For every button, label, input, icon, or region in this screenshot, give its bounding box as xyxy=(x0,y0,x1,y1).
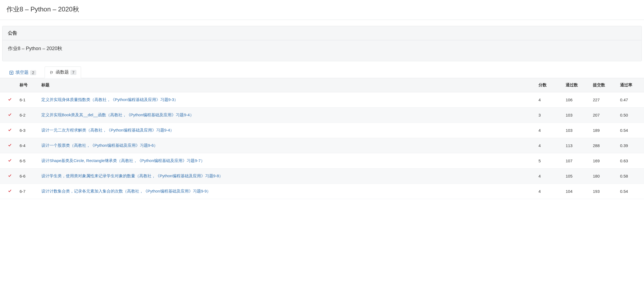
tab-count-badge: 7 xyxy=(70,70,76,75)
status-cell xyxy=(0,153,16,169)
status-cell xyxy=(0,92,16,108)
tabs-bar: 填空题 2 函数题 7 xyxy=(0,61,644,78)
tab-fill-blank[interactable]: 填空题 2 xyxy=(4,67,41,78)
table-row: 6-1定义并实现身体质量指数类（高教社，《Python编程基础及应用》习题9-3… xyxy=(0,92,644,108)
announcement-body: 作业8 – Python – 2020秋 xyxy=(2,40,642,61)
id-cell: 6-2 xyxy=(16,108,38,123)
table-row: 6-4设计一个股票类（高教社，《Python编程基础及应用》习题9-6）4113… xyxy=(0,138,644,153)
problem-link[interactable]: 设计计数集合类，记录各元素加入集合的次数（高教社，《Python编程基础及应用》… xyxy=(41,189,211,193)
problem-link[interactable]: 设计学生类，使用类对象属性来记录学生对象的数量（高教社，《Python编程基础及… xyxy=(41,173,223,178)
score-cell: 4 xyxy=(535,184,562,199)
table-row: 6-7设计计数集合类，记录各元素加入集合的次数（高教社，《Python编程基础及… xyxy=(0,184,644,199)
pass-rate-cell: 0.50 xyxy=(617,108,644,123)
table-row: 6-3设计一元二次方程求解类（高教社，《Python编程基础及应用》习题9-4）… xyxy=(0,123,644,138)
submit-count-cell: 193 xyxy=(590,184,617,199)
score-cell: 3 xyxy=(535,108,562,123)
status-cell xyxy=(0,184,16,199)
problems-table: 标号 标题 分数 通过数 提交数 通过率 6-1定义并实现身体质量指数类（高教社… xyxy=(0,78,644,199)
table-row: 6-6设计学生类，使用类对象属性来记录学生对象的数量（高教社，《Python编程… xyxy=(0,169,644,184)
check-icon xyxy=(8,189,12,193)
pass-rate-cell: 0.47 xyxy=(617,92,644,108)
status-cell xyxy=(0,108,16,123)
status-cell xyxy=(0,123,16,138)
submit-count-cell: 180 xyxy=(590,169,617,184)
pass-rate-cell: 0.54 xyxy=(617,184,644,199)
page-title: 作业8 – Python – 2020秋 xyxy=(0,0,644,20)
title-cell: 设计计数集合类，记录各元素加入集合的次数（高教社，《Python编程基础及应用》… xyxy=(38,184,535,199)
tab-count-badge: 2 xyxy=(30,70,36,75)
submit-count-cell: 227 xyxy=(590,92,617,108)
problem-link[interactable]: 设计一个股票类（高教社，《Python编程基础及应用》习题9-6） xyxy=(41,143,158,148)
tab-label: 填空题 xyxy=(16,70,29,75)
announcement-header: 公告 xyxy=(2,26,642,40)
submit-count-cell: 288 xyxy=(590,138,617,153)
problem-link[interactable]: 定义并实现身体质量指数类（高教社，《Python编程基础及应用》习题9-3） xyxy=(41,97,178,102)
title-cell: 设计学生类，使用类对象属性来记录学生对象的数量（高教社，《Python编程基础及… xyxy=(38,169,535,184)
status-cell xyxy=(0,169,16,184)
pass-count-cell: 103 xyxy=(562,108,590,123)
title-cell: 定义并实现身体质量指数类（高教社，《Python编程基础及应用》习题9-3） xyxy=(38,92,535,108)
th-pass-count: 通过数 xyxy=(562,78,590,92)
check-icon xyxy=(8,112,12,117)
title-cell: 定义并实现Book类及其__del__函数（高教社，《Python编程基础及应用… xyxy=(38,108,535,123)
id-cell: 6-7 xyxy=(16,184,38,199)
id-cell: 6-1 xyxy=(16,92,38,108)
check-icon xyxy=(8,128,12,132)
table-row: 6-2定义并实现Book类及其__del__函数（高教社，《Python编程基础… xyxy=(0,108,644,123)
pass-count-cell: 107 xyxy=(562,153,590,169)
title-cell: 设计Shape基类及Circle, Rectangle继承类（高教社，《Pyth… xyxy=(38,153,535,169)
function-icon xyxy=(49,70,54,75)
th-id: 标号 xyxy=(16,78,38,92)
id-cell: 6-4 xyxy=(16,138,38,153)
id-cell: 6-5 xyxy=(16,153,38,169)
check-icon xyxy=(8,158,12,163)
score-cell: 4 xyxy=(535,169,562,184)
score-cell: 5 xyxy=(535,153,562,169)
check-icon xyxy=(8,173,12,178)
score-cell: 4 xyxy=(535,123,562,138)
title-cell: 设计一元二次方程求解类（高教社，《Python编程基础及应用》习题9-4） xyxy=(38,123,535,138)
score-cell: 4 xyxy=(535,92,562,108)
tab-label: 函数题 xyxy=(56,69,69,75)
status-cell xyxy=(0,138,16,153)
pass-rate-cell: 0.58 xyxy=(617,169,644,184)
title-cell: 设计一个股票类（高教社，《Python编程基础及应用》习题9-6） xyxy=(38,138,535,153)
problem-link[interactable]: 设计Shape基类及Circle, Rectangle继承类（高教社，《Pyth… xyxy=(41,158,205,163)
submit-count-cell: 169 xyxy=(590,153,617,169)
pass-count-cell: 103 xyxy=(562,123,590,138)
pass-rate-cell: 0.39 xyxy=(617,138,644,153)
th-score: 分数 xyxy=(535,78,562,92)
problem-link[interactable]: 设计一元二次方程求解类（高教社，《Python编程基础及应用》习题9-4） xyxy=(41,128,174,132)
pass-count-cell: 105 xyxy=(562,169,590,184)
table-row: 6-5设计Shape基类及Circle, Rectangle继承类（高教社，《P… xyxy=(0,153,644,169)
submit-count-cell: 189 xyxy=(590,123,617,138)
pass-count-cell: 106 xyxy=(562,92,590,108)
tab-function[interactable]: 函数题 7 xyxy=(45,66,81,78)
th-title: 标题 xyxy=(38,78,535,92)
fill-blank-icon xyxy=(9,70,14,75)
th-submit-count: 提交数 xyxy=(590,78,617,92)
th-pass-rate: 通过率 xyxy=(617,78,644,92)
pass-rate-cell: 0.54 xyxy=(617,123,644,138)
th-status xyxy=(0,78,16,92)
id-cell: 6-3 xyxy=(16,123,38,138)
pass-count-cell: 104 xyxy=(562,184,590,199)
pass-rate-cell: 0.63 xyxy=(617,153,644,169)
problem-link[interactable]: 定义并实现Book类及其__del__函数（高教社，《Python编程基础及应用… xyxy=(41,112,194,117)
announcement-panel: 公告 作业8 – Python – 2020秋 xyxy=(2,26,642,61)
submit-count-cell: 207 xyxy=(590,108,617,123)
id-cell: 6-6 xyxy=(16,169,38,184)
check-icon xyxy=(8,143,12,147)
score-cell: 4 xyxy=(535,138,562,153)
check-icon xyxy=(8,97,12,102)
pass-count-cell: 113 xyxy=(562,138,590,153)
